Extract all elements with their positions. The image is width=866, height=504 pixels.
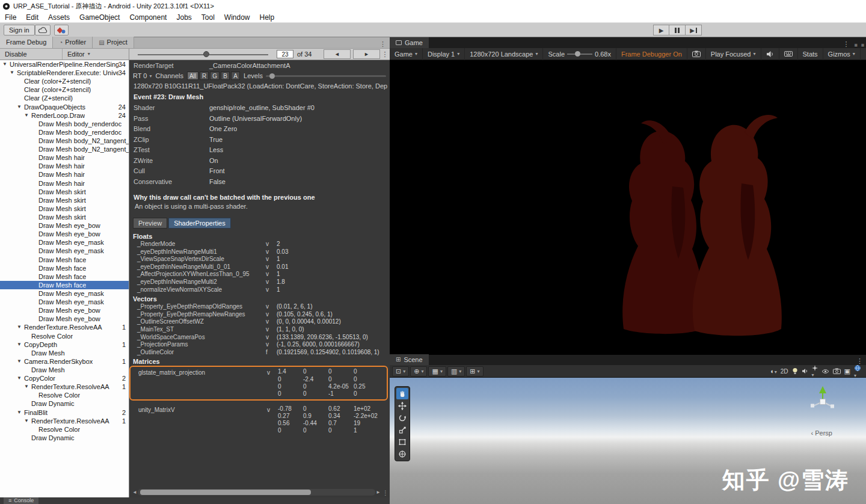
next-event-button[interactable]: ►: [353, 49, 380, 59]
debug-mode-dropdown[interactable]: ⊕▾: [410, 366, 427, 376]
scrollbar-thumb[interactable]: [140, 490, 311, 495]
menu-gameobject[interactable]: GameObject: [75, 12, 124, 23]
audio-toggle[interactable]: [802, 368, 808, 374]
tree-item[interactable]: Draw Mesh skirt: [0, 196, 129, 204]
foldout-arrow-icon[interactable]: ▼: [24, 383, 31, 391]
step-button[interactable]: ▶: [686, 25, 702, 35]
levels-slider-handle[interactable]: [269, 73, 275, 79]
kebab-menu-icon[interactable]: ⋮: [861, 48, 866, 60]
tree-item[interactable]: Draw Mesh eye_bow: [0, 230, 129, 238]
tree-item[interactable]: ▼FinalBlit2: [0, 408, 129, 416]
levels-slider[interactable]: [266, 75, 386, 77]
play-button[interactable]: ▶: [653, 25, 669, 35]
display-dropdown[interactable]: Display 1▾: [423, 48, 465, 60]
kebab-menu-icon[interactable]: ⋮: [382, 490, 388, 496]
tree-item[interactable]: Draw Mesh: [0, 349, 129, 357]
mute-audio-button[interactable]: [761, 48, 779, 60]
scroll-right-icon[interactable]: ►: [375, 490, 381, 495]
tree-item[interactable]: Draw Mesh skirt: [0, 204, 129, 213]
scene-camera-dropdown[interactable]: ▾: [854, 364, 861, 378]
tree-item[interactable]: Resolve Color: [0, 391, 129, 399]
channel-a-button[interactable]: A: [231, 72, 240, 80]
disable-button[interactable]: Disable: [0, 49, 63, 60]
rt-index-dropdown[interactable]: RT 0▾: [133, 72, 152, 79]
docked-panel-menu-icon[interactable]: ≡: [852, 42, 859, 48]
menu-window[interactable]: Window: [220, 12, 255, 23]
tree-item[interactable]: ▼CopyColor2: [0, 374, 129, 383]
scale-tool-button[interactable]: [396, 424, 408, 435]
tab-frame-debug[interactable]: Frame Debug: [0, 37, 53, 48]
tree-item[interactable]: Draw Mesh hair: [0, 153, 129, 162]
tree-item[interactable]: Draw Mesh body_renderdoc: [0, 120, 129, 128]
tree-item[interactable]: ▼DrawOpaqueObjects24: [0, 103, 129, 111]
slider-handle[interactable]: [203, 51, 209, 57]
view-options-dropdown[interactable]: ◐▾: [770, 367, 777, 375]
scrollbar-track[interactable]: [138, 489, 375, 496]
tab-project[interactable]: ▤Project: [93, 37, 134, 48]
camera-settings-button[interactable]: [833, 368, 841, 374]
draw-mode-dropdown[interactable]: ⊡▾: [392, 366, 409, 376]
menu-tool[interactable]: Tool: [197, 12, 220, 23]
tab-game[interactable]: Game: [390, 37, 429, 48]
tab-console[interactable]: ≡Console: [4, 497, 38, 504]
tree-item[interactable]: Draw Mesh face: [0, 256, 129, 264]
foldout-arrow-icon[interactable]: ▼: [17, 357, 24, 366]
game-view-dropdown[interactable]: Game▾: [390, 48, 423, 60]
hand-tool-button[interactable]: [396, 388, 408, 399]
tab-profiler[interactable]: ◔Profiler: [53, 37, 93, 48]
tree-item[interactable]: Draw Mesh eye_bow: [0, 306, 129, 315]
preview-tab-shaderproperties[interactable]: ShaderProperties: [168, 218, 231, 229]
gizmo-center-cube[interactable]: [820, 399, 826, 405]
foldout-arrow-icon[interactable]: ▼: [2, 60, 10, 69]
tree-item[interactable]: Clear (Z+stencil): [0, 94, 129, 102]
tree-item[interactable]: Draw Mesh body_N2_tangent_s: [0, 145, 129, 153]
y-axis-cone[interactable]: [819, 386, 826, 393]
stats-button[interactable]: Stats: [798, 48, 823, 60]
target-dropdown[interactable]: Editor▾: [63, 49, 129, 60]
tree-item[interactable]: Resolve Color: [0, 332, 129, 340]
foldout-arrow-icon[interactable]: ▼: [24, 417, 31, 425]
tree-item[interactable]: Resolve Color: [0, 425, 129, 434]
tree-item[interactable]: Draw Mesh face: [0, 264, 129, 272]
menu-assets[interactable]: Assets: [43, 12, 75, 23]
event-number-input[interactable]: 23: [277, 50, 293, 58]
tree-item[interactable]: Draw Dynamic: [0, 434, 129, 442]
tree-item[interactable]: Draw Mesh face: [0, 281, 129, 289]
tree-item[interactable]: Draw Mesh body_N2_tangent_s: [0, 137, 129, 145]
effects-dropdown[interactable]: ▾: [812, 365, 818, 378]
scene-viewport[interactable]: ‹ Persp 知乎 @雪涛: [390, 378, 866, 504]
tree-item[interactable]: Clear (color+Z+stencil): [0, 77, 129, 85]
tree-item[interactable]: Draw Mesh eye_mask: [0, 238, 129, 247]
kebab-menu-icon[interactable]: ⋮: [840, 40, 852, 48]
tree-item[interactable]: ▼RenderTexture.ResolveAA1: [0, 383, 129, 391]
previous-event-button[interactable]: ◄: [324, 49, 351, 59]
kebab-menu-icon[interactable]: ⋮: [376, 40, 390, 48]
menu-edit[interactable]: Edit: [21, 12, 43, 23]
rect-tool-button[interactable]: [396, 436, 408, 447]
tree-item[interactable]: ▼RenderTexture.ResolveAA1: [0, 323, 129, 331]
foldout-arrow-icon[interactable]: ▼: [17, 374, 24, 383]
menu-component[interactable]: Component: [124, 12, 171, 23]
grid-visibility-dropdown[interactable]: ▦▾: [428, 366, 446, 376]
tree-item[interactable]: Draw Mesh hair: [0, 162, 129, 170]
tree-item[interactable]: ▼Camera.RenderSkybox1: [0, 357, 129, 366]
channel-r-button[interactable]: R: [200, 72, 209, 80]
menu-file[interactable]: File: [0, 12, 21, 23]
channel-g-button[interactable]: G: [210, 72, 220, 80]
tree-item[interactable]: ▼UniversalRenderPipeline.RenderSing34: [0, 60, 129, 69]
component-tools-button[interactable]: ▣: [844, 367, 850, 375]
docked-panel-menu-icon[interactable]: ≡: [859, 42, 866, 48]
foldout-arrow-icon[interactable]: ▼: [17, 408, 24, 417]
tree-item[interactable]: Draw Mesh eye_mask: [0, 247, 129, 255]
tree-item[interactable]: ▼RenderLoop.Draw24: [0, 111, 129, 120]
tree-item[interactable]: Draw Mesh: [0, 366, 129, 374]
tree-item[interactable]: ▼RenderTexture.ResolveAA1: [0, 417, 129, 425]
scale-slider[interactable]: Scale0.68x: [543, 48, 616, 60]
version-control-button[interactable]: [54, 25, 69, 35]
tree-item[interactable]: ▼CopyDepth1: [0, 340, 129, 349]
increment-snap-dropdown[interactable]: ⊞▾: [466, 366, 483, 376]
x-axis-handle[interactable]: [831, 405, 834, 408]
tree-item[interactable]: Draw Mesh hair: [0, 179, 129, 188]
perspective-label[interactable]: ‹ Persp: [811, 429, 832, 437]
tree-item[interactable]: Draw Mesh skirt: [0, 213, 129, 221]
